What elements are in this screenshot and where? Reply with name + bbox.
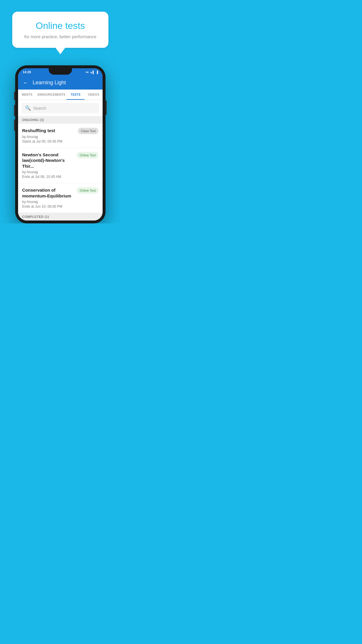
speech-bubble: Online tests for more practice, better p…: [12, 12, 108, 48]
test-badge-3: Online Test: [77, 187, 99, 194]
test-name-1: Reshuffling test: [22, 128, 75, 134]
battery-icon: ▐: [96, 71, 98, 74]
test-author-1: by Anurag: [22, 135, 75, 139]
test-author-2: by Anurag: [22, 170, 74, 174]
promo-subtitle: for more practice, better performance: [24, 34, 96, 39]
test-date-1: Starts at Jul 05, 05:45 PM: [22, 139, 75, 144]
test-info-3: Conservation of momentum-Equilibrium by …: [22, 187, 74, 209]
search-box[interactable]: 🔍 Search: [22, 103, 99, 113]
app-title: Learning Light: [33, 80, 66, 86]
ongoing-section-label: ONGOING (3): [18, 116, 103, 124]
test-author-3: by Anurag: [22, 200, 74, 204]
search-input[interactable]: Search: [33, 106, 46, 111]
test-badge-2: Online Test: [77, 152, 99, 158]
tab-videos[interactable]: VIDEOS: [85, 90, 103, 100]
test-badge-1: Class Test: [78, 128, 99, 134]
status-time: 14:29: [23, 70, 31, 74]
test-name-2: Newton's Second law(contd)-Newton's Thir…: [22, 152, 74, 169]
test-date-2: Ends at Jul 06, 10:45 AM: [22, 175, 74, 179]
test-item-3[interactable]: Conservation of momentum-Equilibrium by …: [18, 183, 103, 213]
test-item-2[interactable]: Newton's Second law(contd)-Newton's Thir…: [18, 148, 103, 183]
tabs-container: MENTS ANNOUNCEMENTS TESTS VIDEOS: [18, 90, 103, 100]
tab-tests[interactable]: TESTS: [66, 90, 85, 100]
completed-section-label: COMPLETED (1): [18, 213, 103, 220]
test-date-3: Ends at Jun 10, 06:00 PM: [22, 204, 74, 209]
phone-vol-down-button: [14, 119, 15, 131]
phone-power-button: [106, 100, 107, 115]
phone-vol-up-button: [14, 105, 15, 116]
wifi-icon: ▾▾: [86, 71, 89, 74]
tab-announcements[interactable]: ANNOUNCEMENTS: [36, 90, 67, 100]
test-info-2: Newton's Second law(contd)-Newton's Thir…: [22, 152, 74, 179]
status-icons: ▾▾ ▲▌ ▐: [86, 71, 98, 74]
search-container: 🔍 Search: [18, 100, 103, 116]
test-item-1[interactable]: Reshuffling test by Anurag Starts at Jul…: [18, 124, 103, 148]
search-icon: 🔍: [25, 105, 31, 111]
phone-notch: [49, 68, 72, 75]
promo-title: Online tests: [24, 20, 96, 31]
test-name-3: Conservation of momentum-Equilibrium: [22, 187, 74, 199]
promo-area: Online tests for more practice, better p…: [0, 0, 121, 48]
app-header: ← Learning Light: [18, 76, 103, 90]
phone-mute-button: [14, 92, 15, 100]
back-button[interactable]: ←: [23, 79, 29, 86]
phone-screen: 14:29 ▾▾ ▲▌ ▐ ← Learning Light MENTS ANN…: [18, 68, 103, 220]
phone-mockup: 14:29 ▾▾ ▲▌ ▐ ← Learning Light MENTS ANN…: [15, 65, 106, 223]
test-list: Reshuffling test by Anurag Starts at Jul…: [18, 124, 103, 213]
test-info-1: Reshuffling test by Anurag Starts at Jul…: [22, 128, 75, 144]
signal-icon: ▲▌: [90, 71, 95, 74]
tab-ments[interactable]: MENTS: [18, 90, 36, 100]
